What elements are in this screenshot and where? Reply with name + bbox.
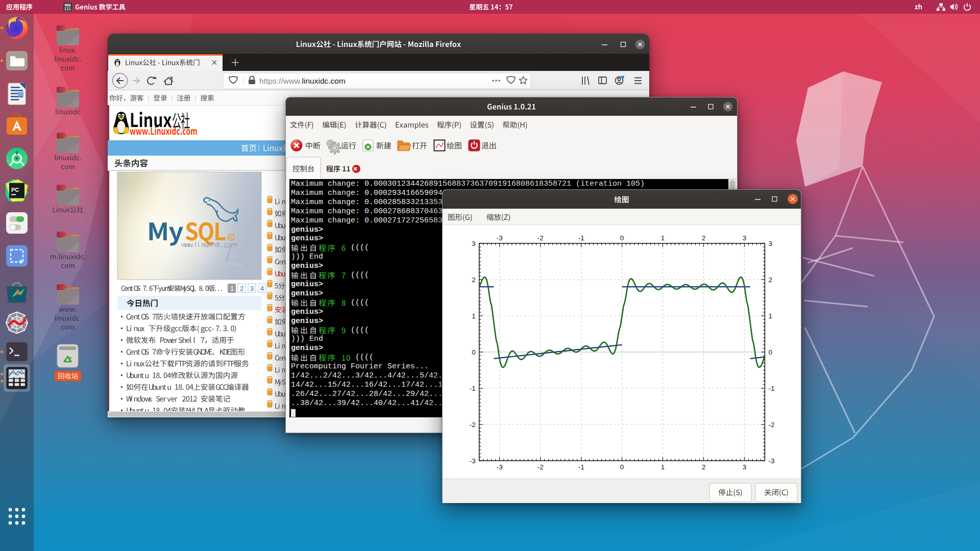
svg-text:-2: -2: [537, 463, 544, 471]
svg-text:2: 2: [702, 463, 706, 471]
svg-text:3: 3: [743, 463, 747, 471]
svg-text:R: R: [230, 235, 233, 240]
svg-text:-2: -2: [768, 421, 774, 429]
svg-text:https://www.linuxidc.com: https://www.linuxidc.com: [259, 77, 346, 85]
svg-text:1: 1: [661, 463, 665, 471]
svg-text:0: 0: [472, 348, 476, 356]
svg-text:1: 1: [230, 285, 234, 292]
svg-text:4: 4: [260, 285, 264, 292]
svg-text:1: 1: [661, 234, 665, 242]
svg-text:-3: -3: [497, 234, 503, 242]
svg-text:-1: -1: [578, 234, 584, 242]
svg-text:3: 3: [743, 234, 747, 242]
svg-text:0: 0: [620, 234, 624, 242]
svg-text:2: 2: [702, 234, 706, 242]
svg-text:3: 3: [472, 240, 476, 247]
svg-text:1: 1: [472, 312, 476, 320]
svg-text:-1: -1: [578, 463, 584, 471]
svg-text:0: 0: [768, 348, 772, 356]
svg-text:2: 2: [240, 285, 243, 292]
svg-text:3: 3: [250, 285, 254, 292]
svg-text:-3: -3: [470, 457, 476, 465]
svg-text:2: 2: [472, 276, 476, 284]
svg-text:-1: -1: [470, 385, 476, 392]
svg-text:-2: -2: [537, 234, 544, 242]
svg-text:1: 1: [768, 312, 772, 320]
svg-text:2: 2: [768, 276, 772, 284]
svg-text:-2: -2: [470, 421, 476, 429]
svg-text:-3: -3: [768, 457, 774, 465]
svg-text:PC: PC: [11, 187, 19, 193]
svg-text:0: 0: [620, 463, 624, 471]
svg-text:-3: -3: [497, 463, 503, 471]
svg-text:-1: -1: [768, 385, 774, 392]
svg-text:3: 3: [768, 240, 772, 247]
